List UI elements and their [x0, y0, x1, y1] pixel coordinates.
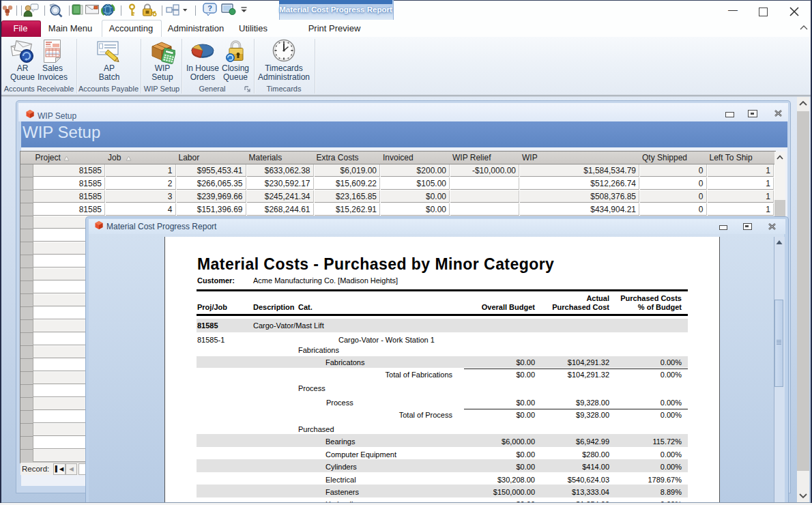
svg-text:?: ? [207, 4, 212, 12]
